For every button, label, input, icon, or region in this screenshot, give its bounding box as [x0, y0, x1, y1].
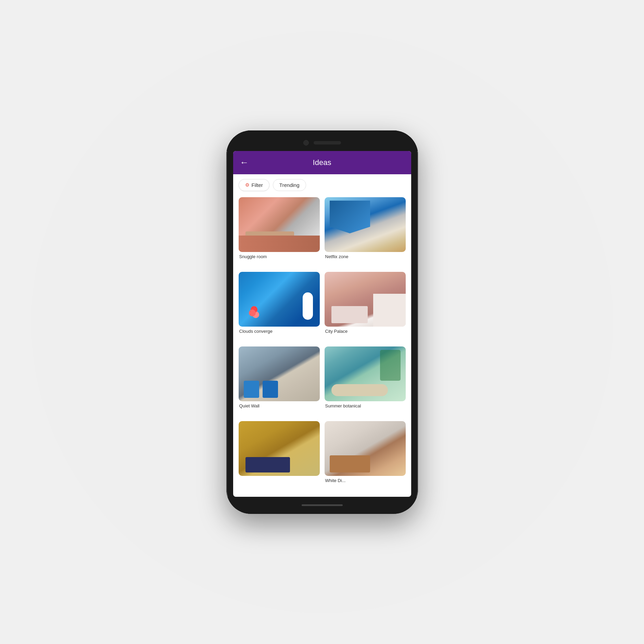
filter-button[interactable]: ⚙ Filter — [239, 179, 269, 191]
list-item[interactable]: Netflix zone — [325, 197, 406, 267]
front-camera — [303, 140, 309, 146]
idea-image-bottom-left — [239, 421, 320, 476]
idea-label: City Palace — [325, 329, 406, 334]
phone-wrapper: ← Ideas ⚙ Filter Trending Snuggle room — [165, 31, 480, 613]
phone-bottom-bar — [226, 497, 418, 514]
idea-image-clouds-converge — [239, 272, 320, 327]
list-item[interactable]: White Di... — [325, 421, 406, 491]
app-header: ← Ideas — [233, 151, 411, 174]
filter-label: Filter — [252, 182, 263, 188]
home-indicator[interactable] — [302, 504, 343, 506]
list-item[interactable]: Snuggle room — [239, 197, 320, 267]
idea-image-snuggle-room — [239, 197, 320, 252]
filter-icon: ⚙ — [245, 182, 250, 188]
speaker-grille — [314, 141, 341, 144]
idea-image-bottom-right — [325, 421, 406, 476]
back-button[interactable]: ← — [240, 157, 249, 168]
idea-image-city-palace — [325, 272, 406, 327]
idea-image-netflix-zone — [325, 197, 406, 252]
phone-device: ← Ideas ⚙ Filter Trending Snuggle room — [226, 130, 418, 514]
idea-image-quiet-wall — [239, 346, 320, 401]
idea-label: White Di... — [325, 478, 406, 483]
idea-label: Quiet Wall — [239, 403, 320, 408]
list-item[interactable]: City Palace — [325, 272, 406, 342]
list-item[interactable] — [239, 421, 320, 491]
phone-top-bar — [226, 130, 418, 151]
idea-label: Clouds converge — [239, 329, 320, 334]
page-title: Ideas — [313, 158, 331, 167]
trending-button[interactable]: Trending — [273, 179, 306, 191]
list-item[interactable]: Summer botanical — [325, 346, 406, 416]
phone-screen: ← Ideas ⚙ Filter Trending Snuggle room — [233, 151, 411, 497]
ideas-grid: Snuggle room Netflix zone Clouds converg… — [233, 194, 411, 497]
idea-label: Netflix zone — [325, 254, 406, 259]
idea-label: Summer botanical — [325, 403, 406, 408]
list-item[interactable]: Clouds converge — [239, 272, 320, 342]
idea-label: Snuggle room — [239, 254, 320, 259]
list-item[interactable]: Quiet Wall — [239, 346, 320, 416]
filter-bar: ⚙ Filter Trending — [233, 174, 411, 194]
idea-image-summer-botanical — [325, 346, 406, 401]
